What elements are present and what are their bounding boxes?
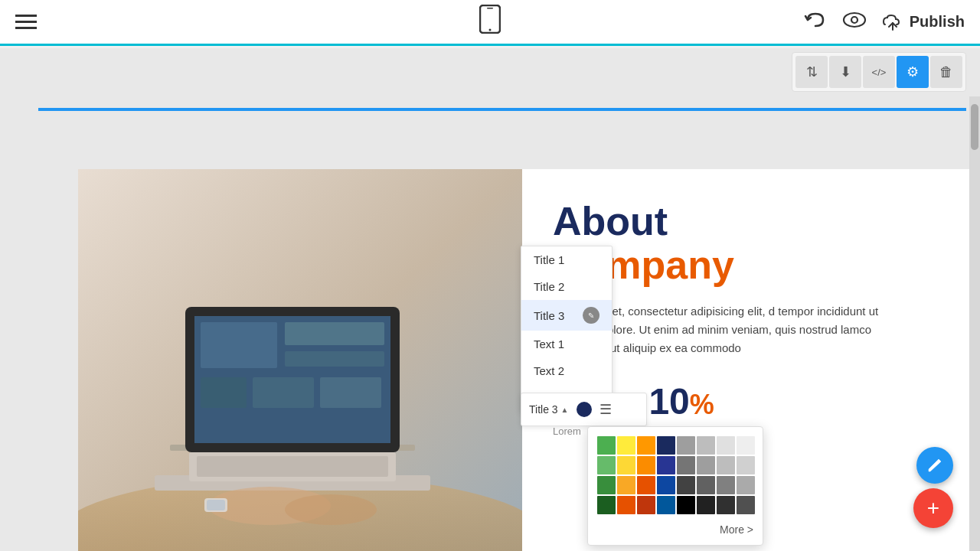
color-cell[interactable] bbox=[637, 436, 655, 455]
preview-button[interactable] bbox=[842, 11, 867, 34]
color-cell[interactable] bbox=[737, 496, 755, 514]
dropdown-item-text1[interactable]: Text 1 bbox=[521, 331, 612, 357]
color-cell[interactable] bbox=[597, 496, 616, 514]
color-cell[interactable] bbox=[597, 436, 616, 455]
text-align-icon[interactable]: ☰ bbox=[599, 401, 612, 418]
fab-add-button[interactable]: + bbox=[913, 488, 953, 528]
color-picker: More > bbox=[587, 426, 763, 546]
color-cell[interactable] bbox=[657, 496, 675, 514]
svg-rect-17 bbox=[320, 377, 381, 408]
color-cell[interactable] bbox=[637, 496, 655, 514]
color-cell[interactable] bbox=[737, 476, 755, 494]
scrollbar[interactable] bbox=[969, 96, 980, 551]
color-grid bbox=[597, 436, 753, 514]
color-cell[interactable] bbox=[657, 436, 675, 455]
color-cell[interactable] bbox=[617, 436, 635, 455]
publish-label: Publish bbox=[910, 13, 965, 31]
card-image-left bbox=[78, 169, 522, 551]
download-tool-button[interactable]: ⬇ bbox=[829, 56, 861, 88]
style-bar: Title 3 ▲ ☰ bbox=[521, 393, 647, 426]
color-cell[interactable] bbox=[737, 456, 755, 474]
content-card-wrapper: About Company dolor sit amet, consectetu… bbox=[38, 108, 966, 111]
color-cell[interactable] bbox=[697, 436, 715, 455]
color-cell[interactable] bbox=[677, 496, 695, 514]
svg-rect-23 bbox=[207, 500, 225, 510]
color-cell[interactable] bbox=[617, 496, 635, 514]
svg-point-3 bbox=[844, 13, 865, 27]
plus-icon: + bbox=[927, 497, 939, 519]
delete-tool-button[interactable]: 🗑 bbox=[930, 56, 962, 88]
publish-button[interactable]: Publish bbox=[882, 13, 965, 31]
color-cell[interactable] bbox=[677, 436, 695, 455]
color-cell[interactable] bbox=[717, 496, 735, 514]
color-cell[interactable] bbox=[717, 436, 735, 455]
color-cell[interactable] bbox=[617, 456, 635, 474]
about-heading: About bbox=[553, 200, 947, 243]
scroll-thumb[interactable] bbox=[971, 104, 978, 150]
fab-edit-button[interactable] bbox=[916, 447, 953, 484]
chevron-up-icon: ▲ bbox=[561, 406, 569, 414]
stat2-number: 10% bbox=[648, 380, 714, 422]
top-bar-right: Publish bbox=[804, 11, 965, 34]
float-toolbar: ⇅ ⬇ </> ⚙ 🗑 bbox=[792, 52, 966, 92]
phone-preview-icon[interactable] bbox=[479, 5, 501, 39]
color-cell[interactable] bbox=[597, 476, 616, 494]
color-cell[interactable] bbox=[657, 476, 675, 494]
svg-rect-16 bbox=[253, 377, 314, 408]
color-cell[interactable] bbox=[677, 456, 695, 474]
code-tool-button[interactable]: </> bbox=[863, 56, 895, 88]
svg-point-21 bbox=[285, 494, 377, 525]
svg-rect-12 bbox=[201, 322, 277, 368]
dropdown-item-title1[interactable]: Title 1 bbox=[521, 246, 612, 273]
color-cell[interactable] bbox=[717, 456, 735, 474]
more-colors-link[interactable]: More > bbox=[597, 523, 753, 536]
color-cell[interactable] bbox=[697, 496, 715, 514]
dropdown-item-title3[interactable]: Title 3 ✎ bbox=[521, 300, 612, 331]
hamburger-menu[interactable] bbox=[15, 15, 37, 29]
svg-rect-14 bbox=[285, 351, 384, 367]
edit-icon: ✎ bbox=[583, 307, 599, 324]
type-dropdown-menu: Title 1 Title 2 Title 3 ✎ Text 1 Text 2 … bbox=[521, 246, 612, 412]
svg-rect-15 bbox=[201, 377, 247, 408]
top-bar-center bbox=[479, 5, 501, 39]
style-bar-label[interactable]: Title 3 ▲ bbox=[529, 403, 569, 416]
color-cell[interactable] bbox=[697, 456, 715, 474]
color-cell[interactable] bbox=[717, 476, 735, 494]
color-cell[interactable] bbox=[637, 456, 655, 474]
move-tool-button[interactable]: ⇅ bbox=[795, 56, 828, 88]
color-cell[interactable] bbox=[697, 476, 715, 494]
color-cell[interactable] bbox=[617, 476, 635, 494]
top-bar-left bbox=[15, 15, 37, 29]
dropdown-item-text2[interactable]: Text 2 bbox=[521, 357, 612, 384]
dropdown-item-title2[interactable]: Title 2 bbox=[521, 273, 612, 300]
laptop-image bbox=[78, 169, 522, 551]
top-bar: Publish bbox=[0, 0, 980, 46]
svg-point-4 bbox=[851, 17, 858, 23]
color-cell[interactable] bbox=[637, 476, 655, 494]
svg-rect-13 bbox=[285, 322, 384, 345]
color-swatch[interactable] bbox=[577, 402, 592, 417]
color-cell[interactable] bbox=[737, 436, 755, 455]
svg-rect-19 bbox=[197, 456, 388, 477]
color-cell[interactable] bbox=[657, 456, 675, 474]
svg-rect-2 bbox=[487, 8, 493, 9]
undo-button[interactable] bbox=[804, 11, 827, 34]
color-cell[interactable] bbox=[677, 476, 695, 494]
canvas: About Company dolor sit amet, consectetu… bbox=[0, 48, 980, 551]
svg-point-1 bbox=[489, 29, 492, 31]
color-cell[interactable] bbox=[597, 456, 616, 474]
settings-tool-button[interactable]: ⚙ bbox=[897, 56, 929, 88]
